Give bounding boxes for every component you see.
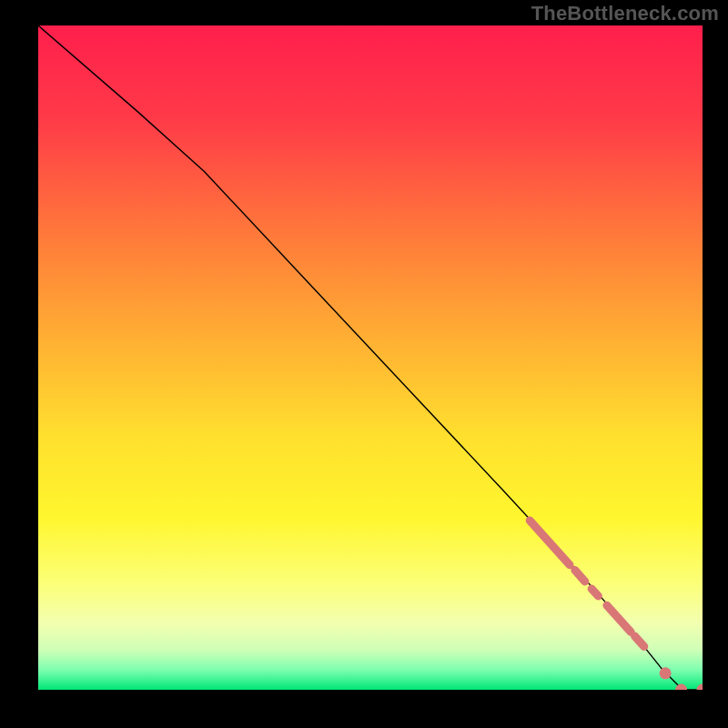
bottleneck-curve	[38, 25, 703, 690]
plot-area	[38, 25, 703, 690]
marker-dot	[697, 684, 703, 691]
chart-frame: TheBottleneck.com	[0, 0, 728, 728]
marker-segment	[607, 605, 631, 632]
marker-segment	[530, 521, 570, 565]
marker-segment	[635, 636, 644, 647]
marker-dot	[660, 667, 672, 679]
watermark-text: TheBottleneck.com	[531, 2, 719, 25]
marker-dots	[660, 667, 703, 690]
marker-segments	[530, 521, 644, 647]
marker-segment	[592, 589, 598, 596]
curve-overlay	[38, 25, 703, 690]
marker-segment	[575, 571, 585, 581]
